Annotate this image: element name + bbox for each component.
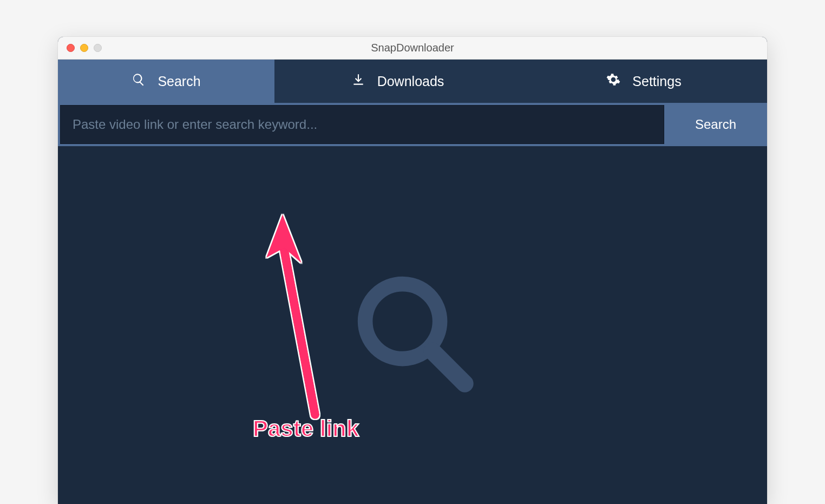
tab-settings[interactable]: Settings (521, 60, 767, 103)
titlebar: SnapDownloader (58, 37, 767, 60)
minimize-window-button[interactable] (80, 44, 88, 52)
svg-line-1 (433, 351, 465, 384)
tab-search[interactable]: Search (58, 60, 274, 103)
content-area (58, 146, 767, 504)
search-icon (132, 73, 146, 90)
tab-label: Downloads (377, 74, 444, 89)
search-button[interactable]: Search (664, 103, 767, 146)
app-window: SnapDownloader Search Downloads Settings… (58, 37, 767, 504)
close-window-button[interactable] (67, 44, 75, 52)
empty-state-search-icon (350, 269, 475, 396)
search-input[interactable] (60, 105, 664, 144)
download-icon (351, 73, 365, 90)
tab-bar: Search Downloads Settings (58, 60, 767, 103)
tab-downloads[interactable]: Downloads (274, 60, 521, 103)
maximize-window-button[interactable] (94, 44, 102, 52)
window-controls (58, 44, 102, 52)
search-bar: Search (58, 103, 767, 146)
tab-label: Settings (632, 74, 681, 89)
window-title: SnapDownloader (58, 42, 767, 54)
tab-label: Search (158, 74, 200, 89)
gear-icon (606, 73, 620, 90)
